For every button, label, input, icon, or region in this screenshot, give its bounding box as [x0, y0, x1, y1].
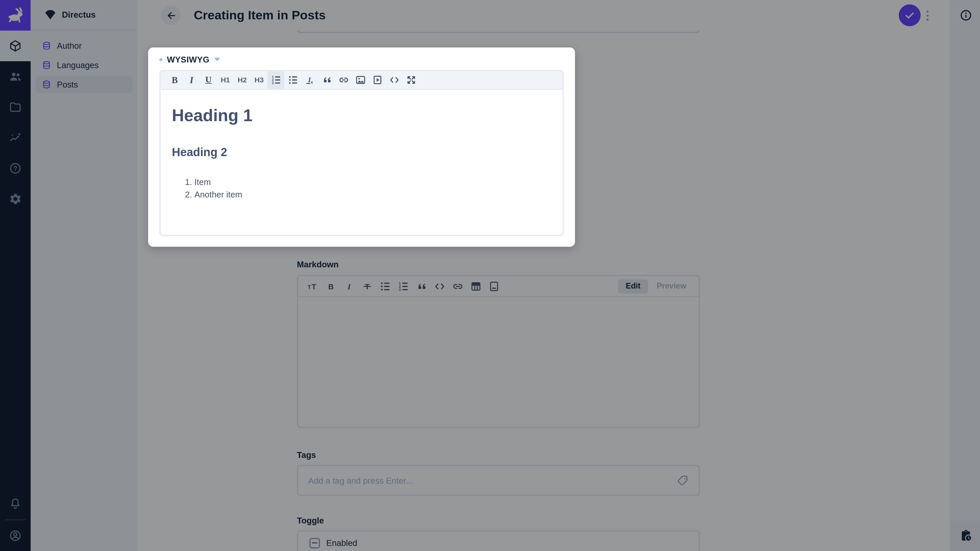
- bold-button[interactable]: B: [166, 71, 183, 89]
- bullet-list-icon: [287, 74, 298, 86]
- wysiwyg-field-label-row[interactable]: WYSIWYG: [159, 53, 221, 65]
- wysiwyg-toolbar: B I U H1 H2 H3 1 2 3: [161, 71, 563, 90]
- wysiwyg-field-card: WYSIWYG B I U H1 H2 H3 1 2 3: [148, 48, 575, 247]
- clear-format-button[interactable]: I x: [301, 71, 318, 89]
- list-item: Another item: [194, 189, 549, 201]
- ordered-list-icon: 1 2 3: [270, 74, 282, 86]
- content-heading2: Heading 2: [172, 145, 549, 160]
- fullscreen-button[interactable]: [402, 71, 419, 89]
- fullscreen-icon: [405, 74, 417, 86]
- app-window: ? Direct: [0, 0, 980, 551]
- link-button[interactable]: [335, 71, 352, 89]
- bullet-list-button[interactable]: [284, 71, 301, 89]
- wysiwyg-field-label: WYSIWYG: [167, 55, 210, 64]
- blockquote-icon: [321, 74, 332, 86]
- edited-dot: [159, 58, 162, 61]
- clear-format-icon: I x: [304, 74, 315, 86]
- content-ordered-list: Item Another item: [172, 176, 549, 201]
- heading2-button[interactable]: H2: [234, 71, 251, 89]
- code-icon: [388, 74, 400, 86]
- ordered-list-button[interactable]: 1 2 3: [267, 71, 284, 89]
- svg-text:x: x: [310, 80, 313, 84]
- heading3-button[interactable]: H3: [251, 71, 267, 89]
- underline-button[interactable]: U: [200, 71, 217, 89]
- chevron-down-icon: [214, 57, 221, 62]
- italic-button[interactable]: I: [183, 71, 200, 89]
- list-item: Item: [194, 176, 549, 189]
- content-heading1: Heading 1: [172, 105, 549, 126]
- heading1-button[interactable]: H1: [217, 71, 234, 89]
- wysiwyg-editor: B I U H1 H2 H3 1 2 3: [159, 70, 563, 236]
- link-icon: [338, 74, 349, 86]
- image-icon: [355, 74, 366, 86]
- video-button[interactable]: [369, 71, 386, 89]
- image-button[interactable]: [352, 71, 369, 89]
- code-button[interactable]: [386, 71, 402, 89]
- wysiwyg-content[interactable]: Heading 1 Heading 2 Item Another item: [161, 90, 563, 201]
- video-icon: [372, 74, 383, 86]
- blockquote-button[interactable]: [318, 71, 335, 89]
- svg-text:3: 3: [272, 81, 273, 85]
